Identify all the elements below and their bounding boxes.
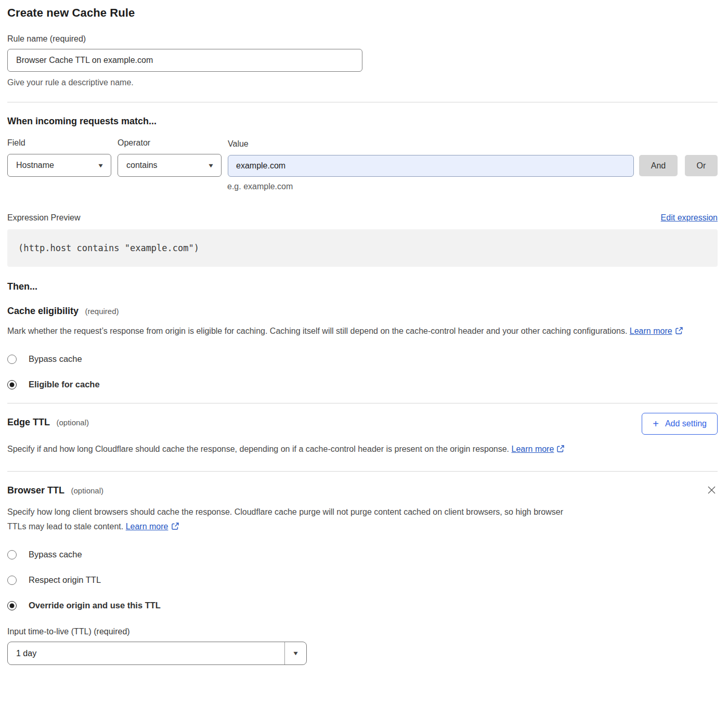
operator-select[interactable]: contains ▼ (118, 154, 222, 177)
expression-header: Expression Preview Edit expression (7, 213, 718, 223)
edge-ttl-description-text: Specify if and how long Cloudflare shoul… (7, 445, 509, 453)
radio-label: Bypass cache (29, 550, 82, 559)
browser-ttl-optional-tag: (optional) (71, 486, 103, 495)
radio-icon[interactable] (7, 576, 17, 585)
radio-label: Bypass cache (29, 354, 82, 364)
edge-ttl-description: Specify if and how long Cloudflare shoul… (7, 442, 577, 458)
radio-icon-selected[interactable] (7, 601, 17, 610)
radio-bypass-cache[interactable]: Bypass cache (7, 550, 718, 559)
value-input[interactable] (228, 155, 634, 177)
ttl-select-value: 1 day (8, 642, 284, 664)
cache-eligibility-description: Mark whether the request’s response from… (7, 324, 709, 340)
plus-icon: + (653, 419, 659, 429)
cache-eligibility-section: Cache eligibility (required) Mark whethe… (7, 292, 718, 389)
browser-ttl-description: Specify how long client browsers should … (7, 505, 577, 535)
radio-icon[interactable] (7, 550, 17, 559)
ttl-input-block: Input time-to-live (TTL) (required) 1 da… (7, 627, 718, 665)
value-label: Value (228, 139, 634, 149)
browser-ttl-options: Bypass cache Respect origin TTL Override… (7, 550, 718, 610)
radio-label: Respect origin TTL (29, 575, 101, 585)
match-heading: When incoming requests match... (7, 116, 718, 127)
radio-bypass-cache[interactable]: Bypass cache (7, 354, 718, 364)
edge-ttl-title: Edge TTL (7, 417, 50, 427)
radio-respect-origin-ttl[interactable]: Respect origin TTL (7, 575, 718, 585)
close-icon[interactable] (706, 484, 718, 498)
radio-override-origin-ttl[interactable]: Override origin and use this TTL (7, 601, 718, 610)
ttl-select[interactable]: 1 day ▼ (7, 642, 307, 665)
add-setting-button[interactable]: + Add setting (642, 413, 718, 435)
field-label: Field (7, 138, 111, 148)
divider (7, 102, 718, 102)
edit-expression-link[interactable]: Edit expression (661, 213, 718, 223)
external-link-icon (675, 325, 683, 340)
page-title: Create new Cache Rule (7, 6, 718, 20)
field-select-value: Hostname (16, 161, 54, 170)
browser-ttl-title: Browser TTL (7, 485, 64, 496)
learn-more-link[interactable]: Learn more (512, 445, 554, 453)
radio-icon-selected[interactable] (7, 380, 17, 389)
rule-name-help: Give your rule a descriptive name. (7, 78, 718, 87)
rule-name-label: Rule name (required) (7, 34, 86, 43)
then-heading: Then... (7, 281, 718, 292)
operator-label: Operator (118, 138, 222, 148)
external-link-icon (171, 520, 179, 535)
chevron-down-icon: ▼ (97, 163, 105, 168)
external-link-icon (556, 443, 565, 458)
operator-select-value: contains (126, 161, 158, 170)
rule-name-section: Rule name (required) Give your rule a de… (7, 34, 718, 87)
learn-more-link[interactable]: Learn more (126, 522, 168, 531)
ttl-input-label: Input time-to-live (TTL) (required) (7, 627, 718, 636)
browser-ttl-description-text: Specify how long client browsers should … (7, 507, 563, 531)
cache-eligibility-options: Bypass cache Eligible for cache (7, 354, 718, 389)
radio-label: Eligible for cache (29, 380, 100, 389)
browser-ttl-section: Browser TTL (optional) Specify how long … (7, 472, 718, 665)
chevron-down-icon: ▼ (207, 163, 215, 168)
learn-more-link[interactable]: Learn more (630, 327, 672, 335)
cache-eligibility-description-text: Mark whether the request’s response from… (7, 327, 627, 335)
and-button[interactable]: And (639, 155, 678, 176)
or-button[interactable]: Or (685, 155, 718, 176)
field-select[interactable]: Hostname ▼ (7, 154, 111, 177)
expression-preview-label: Expression Preview (7, 213, 81, 223)
add-setting-label: Add setting (665, 419, 707, 428)
value-example-hint: e.g. example.com (227, 182, 718, 191)
rule-name-input[interactable] (7, 49, 362, 72)
edge-ttl-optional-tag: (optional) (56, 418, 89, 427)
radio-eligible-for-cache[interactable]: Eligible for cache (7, 380, 718, 389)
radio-label: Override origin and use this TTL (29, 601, 161, 610)
edge-ttl-section: Edge TTL (optional) + Add setting Specif… (7, 403, 718, 458)
cache-eligibility-title: Cache eligibility (7, 306, 79, 316)
cache-eligibility-required-tag: (required) (85, 307, 119, 316)
match-condition-row: Field Hostname ▼ Operator contains ▼ Val… (7, 138, 718, 177)
chevron-down-icon: ▼ (284, 642, 306, 664)
expression-code-block: (http.host contains "example.com") (7, 229, 718, 267)
radio-icon[interactable] (7, 355, 17, 364)
